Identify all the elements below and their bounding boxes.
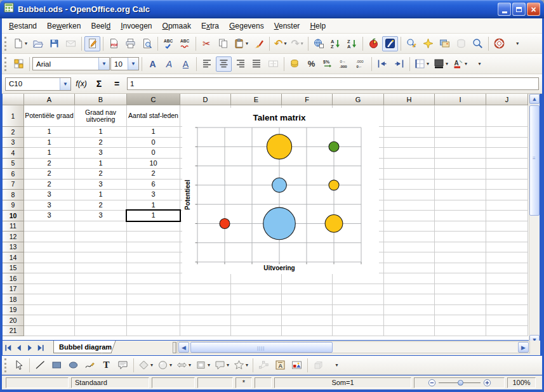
background-color-dropdown-icon[interactable]: ▾ <box>446 61 448 67</box>
cell-F18[interactable] <box>282 294 333 305</box>
cell-B17[interactable] <box>75 284 127 295</box>
menu-invoegen[interactable]: Invoegen <box>116 19 157 33</box>
italic-button[interactable]: A <box>161 56 177 72</box>
row-header-10[interactable]: 10 <box>3 211 24 221</box>
cell-I16[interactable] <box>435 273 486 284</box>
cell-A21[interactable] <box>24 326 75 337</box>
fontwork-gallery-button[interactable]: A <box>272 358 288 373</box>
cell-B21[interactable] <box>75 326 127 337</box>
cell-C9[interactable]: 1 <box>127 200 180 211</box>
cell-G20[interactable] <box>333 315 384 326</box>
sort-descending-button[interactable]: ZA <box>344 36 360 51</box>
cell-C21[interactable] <box>127 326 180 337</box>
cell-A20[interactable] <box>24 315 75 326</box>
cell-J8[interactable] <box>486 190 528 200</box>
row-header-4[interactable]: 4 <box>3 148 24 159</box>
block-arrows-dropdown-icon[interactable]: ▾ <box>189 362 191 368</box>
cut-button[interactable]: ✂ <box>199 36 215 51</box>
cell-I13[interactable] <box>435 242 486 253</box>
cell-B8[interactable]: 1 <box>75 190 127 200</box>
cell-B11[interactable] <box>75 221 127 232</box>
cell-I7[interactable] <box>435 180 486 190</box>
hyperlink-button[interactable] <box>311 36 327 51</box>
help-button[interactable] <box>491 36 507 51</box>
row-header-5[interactable]: 5 <box>3 159 24 169</box>
cell-C3[interactable]: 0 <box>127 138 180 148</box>
cell-A7[interactable]: 2 <box>24 180 75 190</box>
tab-scrollbar-splitter[interactable] <box>173 342 176 353</box>
cell-D20[interactable] <box>180 315 231 326</box>
export-pdf-button[interactable]: PDF <box>106 36 122 51</box>
insert-chart-button[interactable] <box>366 36 381 51</box>
cell-I11[interactable] <box>435 221 486 232</box>
cell-G18[interactable] <box>333 294 384 305</box>
cell-A12[interactable] <box>24 232 75 242</box>
cell-C16[interactable] <box>127 273 180 284</box>
align-left-button[interactable] <box>199 56 215 72</box>
cell-B7[interactable]: 3 <box>75 180 127 190</box>
page-preview-button[interactable] <box>139 36 155 51</box>
cell-J10[interactable] <box>486 211 528 221</box>
cell-A2[interactable]: 1 <box>24 127 75 138</box>
cell-E16[interactable] <box>231 273 282 284</box>
row-header-14[interactable]: 14 <box>3 252 24 263</box>
cell-C13[interactable] <box>127 242 180 253</box>
menu-extra[interactable]: Extra <box>196 19 224 33</box>
toolbar-overflow-button[interactable]: ▾ <box>328 358 344 373</box>
function-wizard-button[interactable]: f(x) <box>74 76 89 91</box>
redo-button[interactable]: ↷▾ <box>289 36 305 51</box>
column-header-H[interactable]: H <box>384 94 435 105</box>
cell-H18[interactable] <box>384 294 435 305</box>
cell-J21[interactable] <box>486 326 528 337</box>
row-header-12[interactable]: 12 <box>3 232 24 242</box>
horizontal-scrollbar[interactable]: ◀ |||| ▶ <box>177 341 530 353</box>
zoom-button[interactable] <box>470 36 486 51</box>
cell-H16[interactable] <box>384 273 435 284</box>
cell-E21[interactable] <box>231 326 282 337</box>
scroll-left-button[interactable]: ◀ <box>178 342 189 353</box>
cell-B5[interactable]: 1 <box>75 159 127 169</box>
callout-button[interactable] <box>115 358 131 373</box>
cell-J12[interactable] <box>486 232 528 242</box>
cell-J19[interactable] <box>486 305 528 316</box>
undo-dropdown-icon[interactable]: ▾ <box>284 41 286 46</box>
symbol-shapes-dropdown-icon[interactable]: ▾ <box>169 362 172 368</box>
select-button[interactable] <box>11 358 27 373</box>
row-header-13[interactable]: 13 <box>3 242 24 253</box>
cell-J15[interactable] <box>486 263 528 274</box>
column-header-B[interactable]: B <box>75 94 127 105</box>
column-header-J[interactable]: J <box>486 94 528 105</box>
zoom-in-icon[interactable] <box>483 379 491 387</box>
cell-J14[interactable] <box>486 252 528 263</box>
paste-dropdown-icon[interactable]: ▾ <box>246 41 248 46</box>
menu-beeld[interactable]: Beeld <box>86 19 116 33</box>
row-header-3[interactable]: 3 <box>3 138 24 148</box>
draw-functions-button[interactable] <box>382 36 398 51</box>
copy-button[interactable] <box>215 36 231 51</box>
underline-button[interactable]: A <box>178 56 194 72</box>
cell-B14[interactable] <box>75 252 127 263</box>
symbol-shapes-button[interactable]: ▾ <box>156 358 174 373</box>
row-header-7[interactable]: 7 <box>3 180 24 190</box>
text-box-button[interactable]: T <box>98 358 114 373</box>
cell-G16[interactable] <box>333 273 384 284</box>
cell-C10[interactable]: 1 <box>127 211 180 221</box>
menu-venster[interactable]: Venster <box>269 19 305 33</box>
cell-C15[interactable] <box>127 263 180 274</box>
row-header-8[interactable]: 8 <box>3 190 24 200</box>
cell-A15[interactable] <box>24 263 75 274</box>
cell-B20[interactable] <box>75 315 127 326</box>
cell-J9[interactable] <box>486 200 528 211</box>
cell-C20[interactable] <box>127 315 180 326</box>
column-header-E[interactable]: E <box>231 94 282 105</box>
spellcheck-button[interactable]: ABC <box>161 36 176 51</box>
line-button[interactable] <box>32 358 48 373</box>
undo-button[interactable]: ↶▾ <box>272 36 288 51</box>
paste-button[interactable]: ▾ <box>232 36 250 51</box>
cell-C17[interactable] <box>127 284 180 295</box>
cell-A4[interactable]: 1 <box>24 148 75 159</box>
cell-A9[interactable]: 3 <box>24 200 75 211</box>
zoom-slider-thumb[interactable] <box>458 380 463 386</box>
cell-J16[interactable] <box>486 273 528 284</box>
data-sources-button[interactable] <box>453 36 469 51</box>
